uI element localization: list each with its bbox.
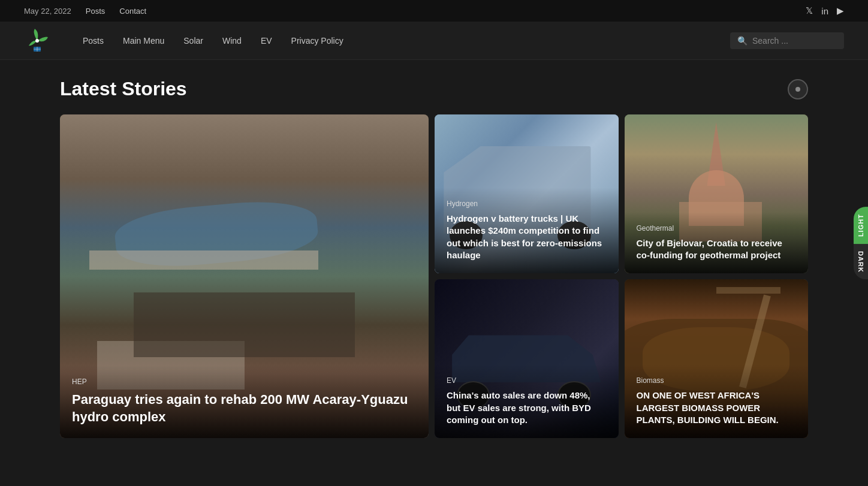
social-links: 𝕏 in ▶ [806, 5, 844, 16]
card-title-car: China's auto sales are down 48%, but EV … [447, 390, 607, 426]
top-bar-left: May 22, 2022 Posts Contact [24, 7, 146, 16]
nav-posts[interactable]: Posts [74, 31, 112, 50]
nav-links: Posts Main Menu Solar Wind EV Privacy Po… [74, 31, 730, 50]
about-link[interactable]: Posts [86, 7, 106, 16]
main-content: Latest Stories HEP Paraguay tries again … [0, 60, 868, 462]
section-title: Latest Stories [60, 78, 187, 100]
top-bar: May 22, 2022 Posts Contact 𝕏 in ▶ [0, 0, 868, 22]
card-truck[interactable]: Hydrogen Hydrogen v battery trucks | UK … [435, 114, 619, 273]
card-title-church: City of Bjelovar, Croatia to receive co-… [637, 237, 797, 262]
card-church[interactable]: Geothermal City of Bjelovar, Croatia to … [625, 114, 809, 273]
card-category-truck: Hydrogen [447, 200, 607, 208]
indicator-dot [795, 87, 800, 92]
search-icon: 🔍 [737, 36, 748, 46]
card-overlay-biomass: Biomass ON ONE OF WEST AFRICA'S LARGEST … [625, 364, 809, 438]
card-overlay-hydro: HEP Paraguay tries again to rehab 200 MW… [60, 366, 429, 438]
card-title-biomass: ON ONE OF WEST AFRICA'S LARGEST BIOMASS … [637, 390, 797, 426]
dark-mode-button[interactable]: DARK [854, 244, 868, 280]
linkedin-icon[interactable]: in [821, 6, 828, 16]
card-category-church: Geothermal [637, 224, 797, 233]
contact-link[interactable]: Contact [119, 7, 146, 16]
nav-ev[interactable]: EV [252, 31, 281, 50]
theme-toggle: LIGHT DARK [854, 207, 868, 280]
nav-privacy[interactable]: Privacy Policy [283, 31, 352, 50]
date-display: May 22, 2022 [24, 7, 71, 16]
card-category-hydro: HEP [72, 378, 417, 386]
twitter-icon[interactable]: 𝕏 [806, 5, 813, 16]
card-ev-car[interactable]: EV China's auto sales are down 48%, but … [435, 279, 619, 438]
search-container: 🔍 [730, 32, 844, 49]
carousel-indicator[interactable] [788, 79, 808, 99]
search-input[interactable] [752, 36, 837, 46]
svg-point-0 [35, 39, 39, 43]
light-mode-button[interactable]: LIGHT [854, 207, 868, 244]
youtube-icon[interactable]: ▶ [837, 5, 844, 16]
card-biomass[interactable]: Biomass ON ONE OF WEST AFRICA'S LARGEST … [625, 279, 809, 438]
card-category-car: EV [447, 376, 607, 385]
section-header: Latest Stories [60, 78, 808, 100]
card-overlay-truck: Hydrogen Hydrogen v battery trucks | UK … [435, 188, 619, 273]
nav-main-menu[interactable]: Main Menu [114, 31, 173, 50]
card-title-hydro: Paraguay tries again to rehab 200 MW Aca… [72, 391, 417, 426]
card-overlay-church: Geothermal City of Bjelovar, Croatia to … [625, 212, 809, 274]
cards-grid: HEP Paraguay tries again to rehab 200 MW… [60, 114, 808, 438]
logo[interactable] [24, 28, 50, 54]
navbar: Posts Main Menu Solar Wind EV Privacy Po… [0, 22, 868, 60]
card-hydro-large[interactable]: HEP Paraguay tries again to rehab 200 MW… [60, 114, 429, 438]
card-category-biomass: Biomass [637, 376, 797, 385]
nav-wind[interactable]: Wind [214, 31, 250, 50]
card-title-truck: Hydrogen v battery trucks | UK launches … [447, 213, 607, 261]
card-overlay-car: EV China's auto sales are down 48%, but … [435, 364, 619, 438]
nav-solar[interactable]: Solar [175, 31, 212, 50]
